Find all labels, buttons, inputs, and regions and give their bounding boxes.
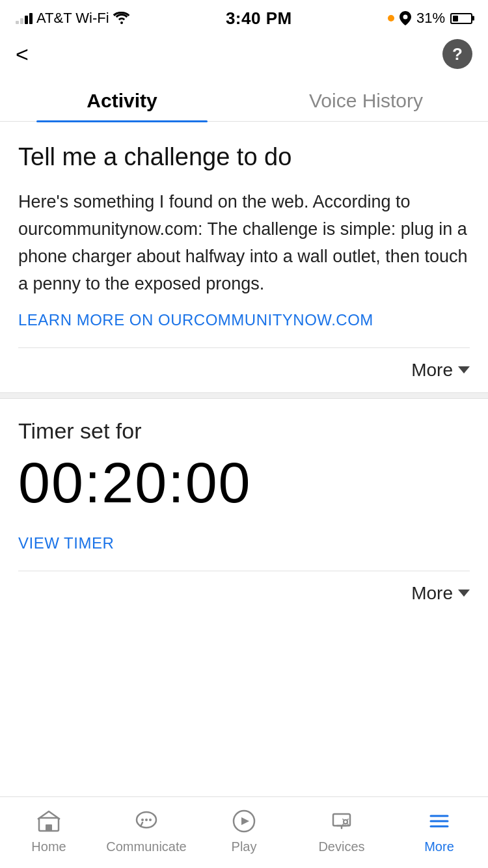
nav-more[interactable]: More xyxy=(390,807,488,854)
nav-play-label: Play xyxy=(232,839,257,854)
home-icon xyxy=(34,807,63,835)
nav-home-label: Home xyxy=(31,839,66,854)
carrier-label: AT&T Wi-Fi xyxy=(36,10,109,27)
status-right: 31% xyxy=(388,10,472,27)
nav-communicate[interactable]: Communicate xyxy=(98,807,195,854)
status-time: 3:40 PM xyxy=(226,8,292,29)
status-left: AT&T Wi-Fi xyxy=(16,10,130,27)
play-icon xyxy=(230,807,258,835)
card2-more-row[interactable]: More xyxy=(0,571,488,616)
status-bar: AT&T Wi-Fi 3:40 PM 31% xyxy=(0,0,488,33)
card2-more-label: More xyxy=(411,583,453,604)
tab-voice-history[interactable]: Voice History xyxy=(244,79,488,121)
challenge-body: Here's something I found on the web. Acc… xyxy=(18,189,470,297)
nav-home[interactable]: Home xyxy=(0,807,98,854)
tabs-container: Activity Voice History xyxy=(0,79,488,122)
more-icon xyxy=(425,807,454,835)
communicate-icon xyxy=(132,807,161,835)
challenge-card: Tell me a challenge to do Here's somethi… xyxy=(0,122,488,348)
location-icon xyxy=(400,11,411,25)
view-timer-link[interactable]: VIEW TIMER xyxy=(18,534,470,552)
nav-header: < ? xyxy=(0,33,488,79)
nav-play[interactable]: Play xyxy=(195,807,293,854)
location-dot xyxy=(388,15,394,21)
challenge-link[interactable]: LEARN MORE ON OURCOMMUNITYNOW.COM xyxy=(18,311,470,329)
nav-more-label: More xyxy=(424,839,454,854)
svg-point-3 xyxy=(141,819,144,821)
nav-devices-label: Devices xyxy=(318,839,364,854)
back-button[interactable]: < xyxy=(16,43,29,65)
nav-devices[interactable]: Devices xyxy=(293,807,390,854)
devices-icon xyxy=(327,807,356,835)
signal-icon xyxy=(16,12,33,24)
timer-card: Timer set for 00:20:00 VIEW TIMER xyxy=(0,399,488,571)
svg-point-4 xyxy=(145,819,148,821)
battery-icon xyxy=(450,13,472,24)
card1-chevron-icon xyxy=(458,366,470,373)
card2-chevron-icon xyxy=(458,590,470,597)
card1-more-label: More xyxy=(411,360,453,381)
svg-rect-1 xyxy=(46,824,52,831)
section-divider xyxy=(0,392,488,399)
tab-activity[interactable]: Activity xyxy=(0,79,244,121)
help-icon: ? xyxy=(452,44,463,64)
help-button[interactable]: ? xyxy=(442,39,472,69)
timer-value: 00:20:00 xyxy=(18,452,470,515)
nav-communicate-label: Communicate xyxy=(106,839,186,854)
bottom-nav: Home Communicate Play xyxy=(0,796,488,868)
card1-more-row[interactable]: More xyxy=(0,348,488,392)
svg-point-5 xyxy=(149,819,152,821)
battery-percent: 31% xyxy=(416,10,445,27)
challenge-title: Tell me a challenge to do xyxy=(18,141,470,173)
content-area: Tell me a challenge to do Here's somethi… xyxy=(0,122,488,622)
wifi-icon xyxy=(113,12,130,25)
timer-subtitle: Timer set for xyxy=(18,418,470,444)
